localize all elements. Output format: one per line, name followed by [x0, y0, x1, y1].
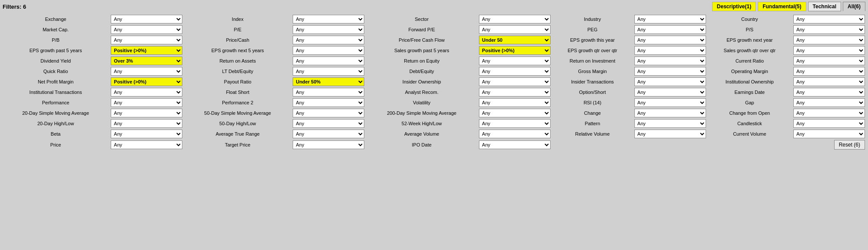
tab-technical[interactable]: Technical	[808, 2, 841, 11]
filter-select-9-0[interactable]: Any	[111, 109, 182, 117]
filter-select-8-4[interactable]: Any	[793, 98, 865, 107]
filter-select-1-4[interactable]: Any	[793, 25, 865, 34]
filter-select-10-1[interactable]: Any	[293, 119, 364, 128]
filter-label-5-2: Debt/Equity	[366, 66, 478, 77]
filter-select-4-1[interactable]: Any	[293, 57, 364, 65]
filter-select-12-0[interactable]: Any	[111, 140, 182, 149]
filter-select-9-1[interactable]: Any	[293, 109, 364, 117]
filter-select-8-0[interactable]: Any	[111, 98, 182, 107]
filter-select-3-0[interactable]: Positive (>0%)	[111, 46, 182, 55]
filter-label-3-1: EPS growth next 5 years	[184, 45, 291, 56]
filter-label-8-1: Performance 2	[184, 97, 291, 108]
filter-select-cell-11-0: Any	[109, 129, 184, 139]
top-bar: Filters: 6 Descriptive(1) Fundamental(5)…	[0, 0, 868, 13]
filter-select-0-0[interactable]: Any	[111, 15, 182, 23]
filter-select-cell-1-4: Any	[792, 24, 866, 35]
filter-label-0-4: Country	[707, 14, 792, 24]
filter-label-10-4: Candlestick	[707, 118, 792, 129]
filter-label-6-0: Net Profit Margin	[2, 77, 109, 87]
filter-select-2-4[interactable]: Any	[793, 36, 865, 44]
filter-label-3-3: EPS growth qtr over qtr	[552, 45, 633, 56]
filter-label-2-2: Price/Free Cash Flow	[366, 35, 478, 45]
filter-select-0-1[interactable]: Any	[293, 15, 364, 23]
filter-select-cell-5-2: Any	[478, 66, 552, 77]
filter-select-cell-8-1: Any	[291, 97, 366, 108]
filter-select-5-1[interactable]: Any	[293, 67, 364, 76]
filter-select-11-3[interactable]: Any	[634, 130, 706, 138]
filter-select-10-2[interactable]: Any	[479, 119, 551, 128]
filter-select-2-0[interactable]: Any	[111, 36, 182, 44]
filter-select-10-4[interactable]: Any	[793, 119, 865, 128]
filter-select-8-1[interactable]: Any	[293, 98, 364, 107]
filter-select-5-3[interactable]: Any	[634, 67, 706, 76]
filter-select-5-4[interactable]: Any	[793, 67, 865, 76]
filters-grid: ExchangeAnyIndexAnySectorAnyIndustryAnyC…	[0, 13, 868, 152]
filter-select-3-3[interactable]: Any	[634, 46, 706, 55]
filter-label-11-2: Average Volume	[366, 129, 478, 139]
filter-select-cell-7-4: Any	[792, 87, 866, 97]
filter-select-cell-4-0: Over 3%	[109, 56, 184, 66]
filter-select-8-3[interactable]: Any	[634, 98, 706, 107]
filter-select-2-3[interactable]: Any	[634, 36, 706, 44]
filter-select-1-1[interactable]: Any	[293, 25, 364, 34]
filter-select-6-4[interactable]: Any	[793, 77, 865, 86]
filter-select-8-2[interactable]: Any	[479, 98, 551, 107]
filter-select-4-3[interactable]: Any	[634, 57, 706, 65]
filter-select-6-1[interactable]: Under 50%	[293, 77, 364, 86]
filter-select-6-0[interactable]: Positive (>0%)	[111, 77, 182, 86]
filter-label-11-0: Beta	[2, 129, 109, 139]
filter-select-10-0[interactable]: Any	[111, 119, 182, 128]
filter-select-1-0[interactable]: Any	[111, 25, 182, 34]
filter-select-2-1[interactable]: Any	[293, 36, 364, 44]
filter-select-6-3[interactable]: Any	[634, 77, 706, 86]
filter-select-7-0[interactable]: Any	[111, 88, 182, 97]
tab-all[interactable]: All(6)	[843, 2, 865, 11]
filter-select-5-0[interactable]: Any	[111, 67, 182, 76]
tab-descriptive[interactable]: Descriptive(1)	[712, 2, 756, 11]
filter-select-3-1[interactable]: Any	[293, 46, 364, 55]
filter-label-7-3: Option/Short	[552, 87, 633, 97]
filter-select-7-2[interactable]: Any	[479, 88, 551, 97]
filter-select-12-2[interactable]: Any	[479, 140, 551, 149]
filter-select-6-2[interactable]: Any	[479, 77, 551, 86]
filter-select-9-4[interactable]: Any	[793, 109, 865, 117]
filter-select-cell-10-4: Any	[792, 118, 866, 129]
filter-select-11-2[interactable]: Any	[479, 130, 551, 138]
filter-select-9-3[interactable]: Any	[634, 109, 706, 117]
filter-select-5-2[interactable]: Any	[479, 67, 551, 76]
filter-select-cell-9-3: Any	[633, 108, 707, 118]
filter-select-7-3[interactable]: Any	[634, 88, 706, 97]
filter-select-cell-0-2: Any	[478, 14, 552, 24]
filter-select-7-1[interactable]: Any	[293, 88, 364, 97]
filter-select-cell-6-0: Positive (>0%)	[109, 77, 184, 87]
filter-label-11-4: Current Volume	[707, 129, 792, 139]
filter-select-0-4[interactable]: Any	[793, 15, 865, 23]
filter-select-9-2[interactable]: Any	[479, 109, 551, 117]
filter-label-2-0: P/B	[2, 35, 109, 45]
filter-select-cell-3-2: Positive (>0%)	[478, 45, 552, 56]
filter-label-12-2: IPO Date	[366, 139, 478, 150]
filter-select-1-3[interactable]: Any	[634, 25, 706, 34]
filter-select-10-3[interactable]: Any	[634, 119, 706, 128]
filter-select-12-1[interactable]: Any	[293, 140, 364, 149]
filter-label-3-2: Sales growth past 5 years	[366, 45, 478, 56]
filter-select-4-4[interactable]: Any	[793, 57, 865, 65]
filter-select-7-4[interactable]: Any	[793, 88, 865, 97]
filter-select-cell-4-1: Any	[291, 56, 366, 66]
filter-select-4-2[interactable]: Any	[479, 57, 551, 65]
filter-select-3-4[interactable]: Any	[793, 46, 865, 55]
filter-select-11-1[interactable]: Any	[293, 130, 364, 138]
filter-select-11-4[interactable]: Any	[793, 130, 865, 138]
filter-select-0-3[interactable]: Any	[634, 15, 706, 23]
reset-button[interactable]: Reset (6)	[834, 140, 865, 150]
filter-select-11-0[interactable]: Any	[111, 130, 182, 138]
tab-fundamental[interactable]: Fundamental(5)	[758, 2, 806, 11]
filter-label-0-3: Industry	[552, 14, 633, 24]
filter-select-cell-1-0: Any	[109, 24, 184, 35]
filter-label-2-3: EPS growth this year	[552, 35, 633, 45]
filter-select-0-2[interactable]: Any	[479, 15, 551, 23]
filter-select-3-2[interactable]: Positive (>0%)	[479, 46, 551, 55]
filter-select-2-2[interactable]: Under 50	[479, 36, 551, 44]
filter-select-4-0[interactable]: Over 3%	[111, 57, 182, 65]
filter-select-1-2[interactable]: Any	[479, 25, 551, 34]
